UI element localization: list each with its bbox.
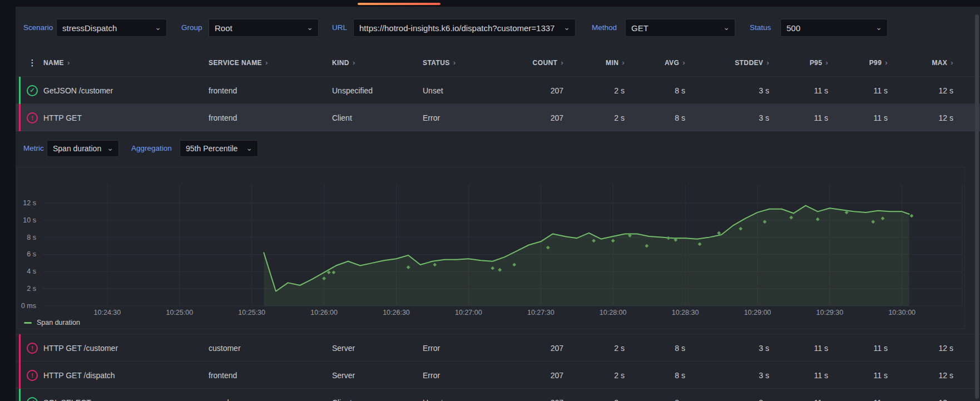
chevron-down-icon: ⌄ [875,23,882,32]
chevron-down-icon: ⌄ [306,23,313,32]
span-duration-chart[interactable]: 0 ms2 s4 s6 s8 s10 s12 s10:24:3010:25:00… [17,167,965,329]
cell-service-name: frontend [209,86,332,95]
chart-legend[interactable]: Span duration [24,319,80,326]
cell-count: 207 [503,398,563,401]
cell-max: 12 s [888,371,953,380]
method-value: GET [631,23,649,33]
status-icon: ! [27,112,38,123]
cell-max: 12 s [888,398,953,401]
column-header-stddev[interactable]: STDDEV› [685,58,769,67]
cell-stddev: 3 s [685,344,769,353]
group-label: Group [181,19,202,37]
metric-label: Metric [23,140,44,157]
metric-value: Span duration [53,144,101,153]
metric-dropdown[interactable]: Span duration ⌄ [47,140,119,157]
svg-text:10:29:30: 10:29:30 [816,309,844,316]
cell-p99: 11 s [828,371,888,380]
svg-text:10:30:00: 10:30:00 [888,309,915,316]
svg-text:2 s: 2 s [27,285,36,293]
cell-count: 207 [503,86,563,95]
method-dropdown[interactable]: GET ⌄ [625,19,735,37]
table-row[interactable]: ! HTTP GET /customer customer Server Err… [16,334,980,362]
column-header-count[interactable]: COUNT› [503,58,563,67]
cell-min: 2 s [563,86,625,95]
cell-max: 12 s [888,86,953,95]
svg-text:10:24:30: 10:24:30 [94,309,121,316]
svg-text:10:28:00: 10:28:00 [600,309,627,316]
group-dropdown[interactable]: Root ⌄ [209,19,319,37]
row-status-accent [19,362,21,389]
cell-p95: 11 s [769,344,828,353]
cell-service-name: mysql [209,398,332,401]
column-header-max[interactable]: MAX› [888,58,953,67]
table-row[interactable]: ✓ SQL SELECT mysql Client Unset 207 2 s … [16,389,980,401]
cell-kind: Server [332,344,423,353]
status-icon: ✓ [27,85,38,96]
column-header-p95[interactable]: P95› [769,58,828,67]
cell-p95: 11 s [769,371,828,380]
column-header-p99[interactable]: P99› [828,58,888,67]
svg-text:10:26:00: 10:26:00 [310,309,338,316]
table-row[interactable]: ✓ GetJSON /customer frontend Unspecified… [16,77,980,104]
scenario-label: Scenario [23,19,53,37]
url-label: URL [332,19,347,37]
column-header-name[interactable]: NAME› [43,58,209,67]
svg-text:12 s: 12 s [23,199,36,207]
sort-chevron-icon: › [453,58,456,67]
cell-avg: 8 s [625,371,685,380]
cell-min: 2 s [563,344,625,353]
cell-name: SQL SELECT [43,398,209,401]
cell-count: 207 [503,113,563,122]
cell-stddev: 3 s [685,113,769,122]
svg-text:10:27:30: 10:27:30 [527,309,555,316]
sort-chevron-icon: › [67,58,70,67]
scrollbar-thumb[interactable] [975,14,979,399]
chevron-down-icon: ⌄ [107,143,113,152]
cell-avg: 8 s [625,86,685,95]
cell-name: GetJSON /customer [43,86,209,95]
chevron-down-icon: ⌄ [723,23,730,32]
chevron-down-icon: ⌄ [246,143,253,152]
row-status-accent [19,389,21,401]
cell-status: Error [423,371,503,380]
aggregation-dropdown[interactable]: 95th Percentile ⌄ [180,140,258,157]
cell-p99: 11 s [828,113,888,122]
status-icon: ! [27,343,38,354]
table-row[interactable]: ! HTTP GET frontend Client Error 207 2 s… [16,104,980,131]
cell-max: 12 s [888,344,953,353]
svg-text:8 s: 8 s [27,234,36,241]
group-value: Root [215,23,232,33]
cell-count: 207 [503,344,563,353]
svg-text:10:25:00: 10:25:00 [166,309,193,316]
dashboard-panel: Scenario stressDispatch ⌄ Group Root ⌄ U… [16,7,980,401]
cell-service-name: customer [209,344,332,353]
cell-p95: 11 s [769,113,828,122]
svg-text:10 s: 10 s [23,216,36,224]
sort-chevron-icon: › [951,58,953,67]
status-dropdown[interactable]: 500 ⌄ [780,19,888,37]
svg-text:10:29:00: 10:29:00 [744,309,771,316]
cell-kind: Client [332,113,423,122]
status-label: Status [750,19,771,37]
column-header-status[interactable]: STATUS› [423,58,503,67]
column-header-min[interactable]: MIN› [563,58,625,67]
table-row[interactable]: ! HTTP GET /dispatch frontend Server Err… [16,362,980,389]
kebab-menu-icon[interactable]: ⋮ [21,58,43,68]
status-value: 500 [786,23,800,33]
column-header-avg[interactable]: AVG› [625,58,685,67]
svg-text:4 s: 4 s [27,268,36,275]
scenario-dropdown[interactable]: stressDispatch ⌄ [56,19,167,37]
loading-indicator-bar [358,3,440,5]
column-header-kind[interactable]: KIND› [332,58,423,67]
url-dropdown[interactable]: https://hotrod-insights.k6.io/dispatch?c… [353,19,576,37]
cell-min: 2 s [563,398,625,401]
cell-p99: 11 s [828,344,888,353]
cell-status: Unset [423,86,503,95]
sort-chevron-icon: › [265,58,268,67]
cell-stddev: 3 s [685,398,769,401]
column-header-service-name[interactable]: SERVICE NAME› [209,58,332,67]
cell-avg: 8 s [625,398,685,401]
legend-line-swatch [24,322,32,324]
row-status-accent [19,334,21,362]
chart-plot[interactable]: 0 ms2 s4 s6 s8 s10 s12 s10:24:3010:25:00… [17,167,964,329]
